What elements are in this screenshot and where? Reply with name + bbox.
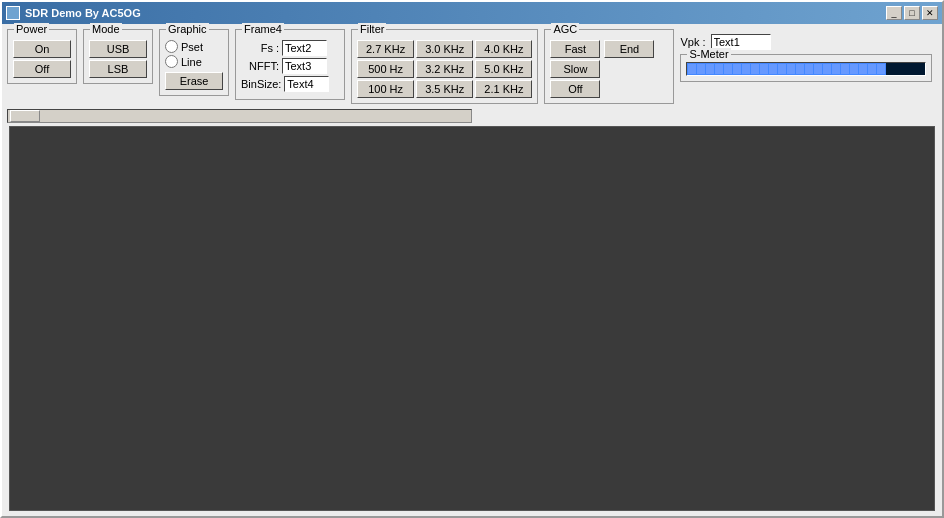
scrollbar-area (7, 109, 937, 123)
agc-fast-button[interactable]: Fast (550, 40, 600, 58)
fs-label: Fs : (241, 42, 279, 54)
smeter-bar (686, 62, 926, 76)
smeter-segment (760, 64, 768, 74)
binsize-input[interactable] (284, 76, 329, 92)
filter-btn-2[interactable]: 4.0 KHz (475, 40, 532, 58)
mode-controls: USB LSB (89, 40, 147, 78)
window-icon (6, 6, 20, 20)
agc-end-button[interactable]: End (604, 40, 654, 58)
binsize-row: BinSize: (241, 76, 339, 92)
smeter-segment (814, 64, 822, 74)
main-window: SDR Demo By AC5OG _ □ ✕ Power On Off Mod… (0, 0, 944, 518)
smeter-label: S-Meter (687, 48, 730, 60)
line-radio[interactable] (165, 55, 178, 68)
line-label: Line (181, 56, 202, 68)
nfft-label: NFFT: (241, 60, 279, 72)
minimize-button[interactable]: _ (886, 6, 902, 20)
smeter-segment (796, 64, 804, 74)
smeter-segment (715, 64, 723, 74)
smeter-segment (859, 64, 867, 74)
smeter-group: S-Meter (680, 54, 932, 82)
filter-btn-8[interactable]: 2.1 KHz (475, 80, 532, 98)
graphic-controls: Pset Line Erase (165, 40, 223, 90)
filter-btn-4[interactable]: 3.2 KHz (416, 60, 473, 78)
filter-btn-6[interactable]: 100 Hz (357, 80, 414, 98)
smeter-segment (742, 64, 750, 74)
filter-group: Filter 2.7 KHz 3.0 KHz 4.0 KHz 500 Hz 3.… (351, 29, 538, 104)
smeter-fill (687, 63, 886, 75)
fs-row: Fs : (241, 40, 339, 56)
close-button[interactable]: ✕ (922, 6, 938, 20)
nfft-row: NFFT: (241, 58, 339, 74)
smeter-segment (832, 64, 840, 74)
agc-group: AGC Fast End Slow Off (544, 29, 674, 104)
pset-radio-row: Pset (165, 40, 223, 53)
smeter-segment (688, 64, 696, 74)
smeter-segment (877, 64, 885, 74)
binsize-label: BinSize: (241, 78, 281, 90)
filter-buttons: 2.7 KHz 3.0 KHz 4.0 KHz 500 Hz 3.2 KHz 5… (357, 40, 532, 98)
filter-btn-5[interactable]: 5.0 KHz (475, 60, 532, 78)
smeter-segment (805, 64, 813, 74)
graphic-group: Graphic Pset Line Erase (159, 29, 229, 96)
smeter-segment (733, 64, 741, 74)
filter-btn-1[interactable]: 3.0 KHz (416, 40, 473, 58)
smeter-segment (787, 64, 795, 74)
smeter-segment (706, 64, 714, 74)
filter-label: Filter (358, 23, 386, 35)
smeter-segment (841, 64, 849, 74)
power-on-button[interactable]: On (13, 40, 71, 58)
agc-slow-button[interactable]: Slow (550, 60, 600, 78)
smeter-segment (697, 64, 705, 74)
titlebar: SDR Demo By AC5OG _ □ ✕ (2, 2, 942, 24)
filter-btn-0[interactable]: 2.7 KHz (357, 40, 414, 58)
agc-fast-end-row: Fast End (550, 40, 668, 58)
titlebar-title-area: SDR Demo By AC5OG (6, 6, 141, 20)
mode-group: Mode USB LSB (83, 29, 153, 84)
pset-label: Pset (181, 41, 203, 53)
vpk-label: Vpk : (680, 36, 705, 48)
graphic-label: Graphic (166, 23, 209, 35)
smeter-segment (778, 64, 786, 74)
maximize-button[interactable]: □ (904, 6, 920, 20)
right-panel: Vpk : S-Meter (680, 29, 932, 82)
agc-label: AGC (551, 23, 579, 35)
filter-btn-3[interactable]: 500 Hz (357, 60, 414, 78)
smeter-segment (724, 64, 732, 74)
smeter-segment (868, 64, 876, 74)
top-row: Power On Off Mode USB LSB Graphic (7, 29, 937, 104)
smeter-segment (769, 64, 777, 74)
fs-input[interactable] (282, 40, 327, 56)
mode-usb-button[interactable]: USB (89, 40, 147, 58)
power-label: Power (14, 23, 49, 35)
line-radio-row: Line (165, 55, 223, 68)
frame4-label: Frame4 (242, 23, 284, 35)
window-title: SDR Demo By AC5OG (25, 7, 141, 19)
mode-lsb-button[interactable]: LSB (89, 60, 147, 78)
erase-button[interactable]: Erase (165, 72, 223, 90)
pset-radio[interactable] (165, 40, 178, 53)
mode-label: Mode (90, 23, 122, 35)
smeter-segment (751, 64, 759, 74)
titlebar-controls: _ □ ✕ (886, 6, 938, 20)
filter-btn-7[interactable]: 3.5 KHz (416, 80, 473, 98)
content-area: Power On Off Mode USB LSB Graphic (2, 24, 942, 516)
frame4-group: Frame4 Fs : NFFT: BinSize: (235, 29, 345, 100)
horizontal-scrollbar[interactable] (7, 109, 472, 123)
agc-off-button[interactable]: Off (550, 80, 600, 98)
display-area (9, 126, 935, 511)
agc-controls: Fast End Slow Off (550, 40, 668, 98)
power-off-button[interactable]: Off (13, 60, 71, 78)
nfft-input[interactable] (282, 58, 327, 74)
power-group: Power On Off (7, 29, 77, 84)
frame4-controls: Fs : NFFT: BinSize: (241, 40, 339, 92)
smeter-segment (823, 64, 831, 74)
power-controls: On Off (13, 40, 71, 78)
scrollbar-thumb[interactable] (10, 110, 40, 122)
smeter-segment (850, 64, 858, 74)
